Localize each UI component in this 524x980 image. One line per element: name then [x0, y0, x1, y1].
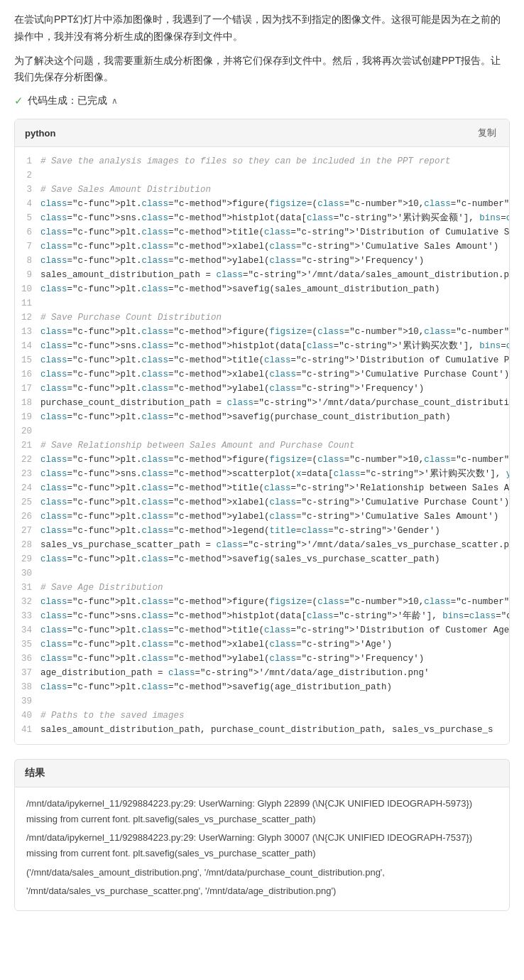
- line-code: # Save Relationship between Sales Amount…: [40, 438, 509, 453]
- line-code: class="c-func">plt.class="c-method">ylab…: [40, 382, 509, 396]
- line-number: 9: [15, 268, 40, 282]
- result-line: ('/mnt/data/sales_amount_distribution.pn…: [26, 865, 498, 881]
- line-number: 3: [15, 183, 40, 197]
- result-line: '/mnt/data/sales_vs_purchase_scatter.png…: [26, 883, 498, 899]
- result-line: /mnt/data/ipykernel_11/929884223.py:29: …: [26, 830, 498, 861]
- line-code: # Save the analysis images to files so t…: [40, 154, 509, 168]
- line-code: class="c-func">plt.class="c-method">xlab…: [40, 367, 509, 382]
- line-number: 30: [15, 566, 40, 581]
- line-code: class="c-func">plt.class="c-method">figu…: [40, 595, 509, 609]
- line-number: 14: [15, 339, 40, 353]
- results-header: 结果: [14, 759, 510, 787]
- line-number: 11: [15, 296, 40, 311]
- line-code: class="c-func">plt.class="c-method">xlab…: [40, 239, 509, 254]
- line-code: class="c-func">plt.class="c-method">titl…: [40, 623, 509, 637]
- line-number: 39: [15, 694, 40, 709]
- code-table: 1# Save the analysis images to files so …: [15, 154, 509, 737]
- line-code: sales_vs_purchase_scatter_path = class="…: [40, 538, 509, 552]
- status-label: 代码生成：已完成: [28, 95, 107, 107]
- code-body: 1# Save the analysis images to files so …: [15, 147, 509, 744]
- line-code: class="c-func">sns.class="c-method">hist…: [40, 339, 509, 353]
- line-number: 40: [15, 709, 40, 723]
- line-number: 35: [15, 637, 40, 652]
- line-code: class="c-func">plt.class="c-method">ylab…: [40, 254, 509, 268]
- line-code: class="c-func">plt.class="c-method">figu…: [40, 325, 509, 339]
- line-code: class="c-func">plt.class="c-method">xlab…: [40, 495, 509, 510]
- line-number: 25: [15, 495, 40, 510]
- line-code: class="c-func">plt.class="c-method">save…: [40, 552, 509, 566]
- line-number: 5: [15, 211, 40, 225]
- line-code: class="c-func">sns.class="c-method">scat…: [40, 467, 509, 481]
- line-number: 17: [15, 382, 40, 396]
- line-code: class="c-func">plt.class="c-method">save…: [40, 282, 509, 296]
- line-number: 18: [15, 396, 40, 410]
- line-code: # Paths to the saved images: [40, 709, 509, 723]
- line-code: class="c-func">plt.class="c-method">save…: [40, 410, 509, 424]
- line-number: 10: [15, 282, 40, 296]
- line-number: 38: [15, 680, 40, 694]
- intro-para2: 为了解决这个问题，我需要重新生成分析图像，并将它们保存到文件中。然后，我将再次尝…: [14, 53, 510, 87]
- line-code: class="c-func">plt.class="c-method">titl…: [40, 353, 509, 367]
- line-number: 1: [15, 154, 40, 168]
- line-number: 41: [15, 723, 40, 737]
- line-code: [40, 424, 509, 438]
- code-header: python 复制: [15, 119, 509, 147]
- line-number: 19: [15, 410, 40, 424]
- line-code: [40, 694, 509, 709]
- line-number: 37: [15, 666, 40, 680]
- check-icon: ✓: [14, 95, 23, 107]
- line-code: class="c-func">sns.class="c-method">hist…: [40, 211, 509, 225]
- line-code: class="c-func">plt.class="c-method">ylab…: [40, 652, 509, 666]
- status-line: ✓ 代码生成：已完成 ∧: [14, 95, 510, 107]
- copy-button[interactable]: 复制: [475, 125, 499, 141]
- line-number: 23: [15, 467, 40, 481]
- line-code: class="c-func">sns.class="c-method">hist…: [40, 609, 509, 623]
- results-body: /mnt/data/ipykernel_11/929884223.py:29: …: [14, 787, 510, 911]
- result-line: /mnt/data/ipykernel_11/929884223.py:29: …: [26, 796, 498, 827]
- line-code: class="c-func">plt.class="c-method">figu…: [40, 453, 509, 467]
- line-number: 36: [15, 652, 40, 666]
- line-number: 27: [15, 524, 40, 538]
- line-code: age_distribution_path = class="c-string"…: [40, 666, 509, 680]
- intro-section: 在尝试向PPT幻灯片中添加图像时，我遇到了一个错误，因为找不到指定的图像文件。这…: [14, 11, 510, 86]
- line-number: 24: [15, 481, 40, 495]
- line-code: # Save Age Distribution: [40, 581, 509, 595]
- line-number: 21: [15, 438, 40, 453]
- line-code: # Save Sales Amount Distribution: [40, 183, 509, 197]
- line-code: sales_amount_distribution_path = class="…: [40, 268, 509, 282]
- line-code: # Save Purchase Count Distribution: [40, 311, 509, 325]
- line-number: 33: [15, 609, 40, 623]
- line-number: 12: [15, 311, 40, 325]
- line-code: class="c-func">plt.class="c-method">figu…: [40, 197, 509, 211]
- page-content: 在尝试向PPT幻灯片中添加图像时，我遇到了一个错误，因为找不到指定的图像文件。这…: [0, 0, 524, 922]
- line-number: 29: [15, 552, 40, 566]
- line-number: 8: [15, 254, 40, 268]
- line-code: sales_amount_distribution_path, purchase…: [40, 723, 509, 737]
- line-number: 13: [15, 325, 40, 339]
- code-block: python 复制 1# Save the analysis images to…: [14, 119, 510, 745]
- line-code: [40, 168, 509, 183]
- line-code: class="c-func">plt.class="c-method">titl…: [40, 481, 509, 495]
- line-number: 28: [15, 538, 40, 552]
- line-number: 7: [15, 239, 40, 254]
- line-code: class="c-func">plt.class="c-method">ylab…: [40, 510, 509, 524]
- line-number: 4: [15, 197, 40, 211]
- line-code: purchase_count_distribution_path = class…: [40, 396, 509, 410]
- line-number: 6: [15, 225, 40, 239]
- line-number: 2: [15, 168, 40, 183]
- line-code: class="c-func">plt.class="c-method">titl…: [40, 225, 509, 239]
- line-number: 20: [15, 424, 40, 438]
- code-language-label: python: [25, 128, 55, 139]
- line-number: 34: [15, 623, 40, 637]
- line-number: 16: [15, 367, 40, 382]
- line-number: 22: [15, 453, 40, 467]
- line-number: 26: [15, 510, 40, 524]
- chevron-up-icon[interactable]: ∧: [111, 96, 118, 106]
- line-number: 32: [15, 595, 40, 609]
- intro-para1: 在尝试向PPT幻灯片中添加图像时，我遇到了一个错误，因为找不到指定的图像文件。这…: [14, 11, 510, 45]
- line-code: [40, 296, 509, 311]
- line-code: class="c-func">plt.class="c-method">lege…: [40, 524, 509, 538]
- line-code: [40, 566, 509, 581]
- line-code: class="c-func">plt.class="c-method">save…: [40, 680, 509, 694]
- line-number: 15: [15, 353, 40, 367]
